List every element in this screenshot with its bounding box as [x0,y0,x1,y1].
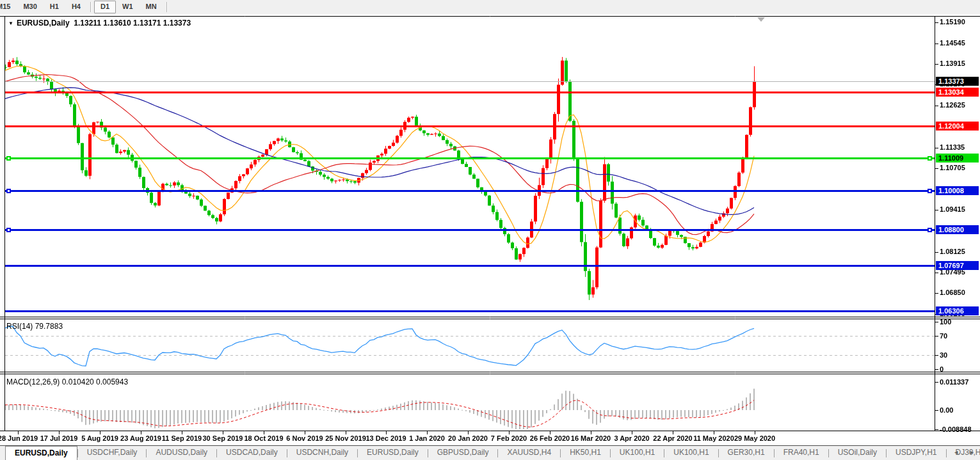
hline-price-box[interactable]: 1.06306 [936,306,979,315]
date-axis-label: 13 Dec 2019 [366,434,406,442]
date-axis-label: 7 Feb 2020 [491,434,527,442]
hline-drag-handle[interactable] [928,228,932,232]
price-axis-tick-label: 1.09415 [940,205,965,213]
chart-tab-audusd-daily[interactable]: AUDUSD,Daily [147,446,216,460]
hline-price-box[interactable]: 1.11009 [936,154,979,163]
chart-tab-ger30-h1[interactable]: GER30,H1 [719,446,774,460]
hline-price-box[interactable]: 1.13034 [936,88,979,97]
chart-tab-hk50-h1[interactable]: HK50,H1 [561,446,610,460]
price-axis-tick-label: 1.08125 [940,248,965,255]
price-axis-tick-label: 1.10705 [940,164,965,171]
chart-tab-row: EURUSD,DailyUSDCHF,DailyAUDUSD,DailyUSDC… [0,446,980,460]
chart-tab-uk100-h1[interactable]: UK100,H1 [664,446,718,460]
trading-app-window: M15M30H1H4D1W1MN ▼EURUSD,Daily 1.13211 1… [0,0,980,460]
macd-axis-tick-label: -0.008848 [940,425,972,433]
date-axis-label: 11 May 2020 [693,434,734,442]
date-axis-label: 17 Jul 2019 [40,434,78,442]
chart-tab-usdcnh-daily[interactable]: USDCNH,Daily [287,446,357,460]
hline-price-box[interactable]: 1.10008 [936,186,979,195]
date-axis-label: 22 Apr 2020 [653,434,692,442]
price-axis-tick-label: 1.15190 [940,18,965,26]
date-axis-label: 18 Oct 2019 [244,434,283,442]
chart-tab-usdchf-daily[interactable]: USDCHF,Daily [78,446,147,460]
chart-tab-usoil-daily[interactable]: USOil,Daily [829,446,886,460]
chart-tab-bar: EURUSD,DailyUSDCHF,DailyAUDUSD,DailyUSDC… [0,445,980,460]
date-axis-label: 23 Aug 2019 [120,434,161,442]
macd-indicator-label: MACD(12,26,9) 0.010420 0.005943 [6,377,128,386]
rsi-indicator-label: RSI(14) 79.7883 [6,322,63,331]
tab-scroll-right-icon[interactable]: ► [969,449,975,456]
date-axis-label: 29 May 2020 [734,434,775,442]
date-axis-label: 28 Jun 2019 [0,434,38,442]
rsi-axis-tick-label: 0 [940,365,944,373]
chart-tab-uk100-h1[interactable]: UK100,H1 [611,446,664,460]
chart-tab-fra40-h1[interactable]: FRA40,H1 [775,446,828,460]
chart-shift-marker[interactable] [757,17,765,22]
date-axis-label: 25 Nov 2019 [325,434,366,442]
current-price-box: 1.13373 [936,77,979,86]
price-axis-tick-label: 1.11335 [940,143,965,151]
hline-price-box[interactable]: 1.08800 [936,225,979,234]
date-axis-label: 20 Jan 2020 [448,434,488,442]
macd-axis-tick-label: 0.00 [940,406,953,414]
rsi-axis-tick-label: 100 [940,318,951,326]
symbol-dropdown-icon[interactable]: ▼ [8,20,13,26]
hline-drag-handle[interactable] [6,156,11,161]
tab-scroll-arrows: ◄ ► [953,449,975,456]
date-axis-label: 11 Sep 2019 [162,434,202,442]
rsi-axis-tick-label: 30 [940,351,947,359]
price-axis-tick-label: 1.12625 [940,101,965,109]
chart-tab-eurusd-daily[interactable]: EURUSD,Daily [5,446,77,460]
hline-drag-handle[interactable] [928,156,932,161]
chart-tab-gbpusd-daily[interactable]: GBPUSD,Daily [428,446,498,460]
tab-scroll-left-icon[interactable]: ◄ [953,449,959,456]
chart-canvas[interactable] [0,0,980,460]
chart-ohlc-values: 1.13211 1.13610 1.13171 1.13373 [74,19,191,28]
chart-tab-eurusd-daily[interactable]: EURUSD,Daily [358,446,428,460]
chart-symbol-label: EURUSD,Daily [17,19,70,28]
price-axis-tick-label: 1.13915 [940,59,965,67]
hline-drag-handle[interactable] [6,189,11,193]
price-axis-tick-label: 1.06850 [940,289,965,296]
price-axis-tick-label: 1.14545 [940,39,965,47]
hline-drag-handle[interactable] [6,228,11,232]
date-axis-label: 3 Apr 2020 [614,434,649,442]
chart-tab-usdcad-daily[interactable]: USDCAD,Daily [217,446,287,460]
chart-tab-usdjpy-h1[interactable]: USDJPY,H1 [887,446,945,460]
date-axis-label: 6 Nov 2019 [286,434,323,442]
chart-title: ▼EURUSD,Daily 1.13211 1.13610 1.13171 1.… [8,19,191,28]
rsi-axis-tick-label: 70 [940,332,947,340]
date-axis-label: 1 Jan 2020 [409,434,445,442]
hline-price-box[interactable]: 1.12004 [936,122,979,131]
hline-price-box[interactable]: 1.07697 [936,261,979,270]
hline-drag-handle[interactable] [928,189,932,193]
macd-axis-tick-label: 0.011337 [940,378,968,386]
date-axis-label: 30 Sep 2019 [203,434,243,442]
chart-tab-xauusd-h4[interactable]: XAUUSD,H4 [498,446,560,460]
date-axis-label: 26 Feb 2020 [530,434,570,442]
date-axis-label: 5 Aug 2019 [81,434,118,442]
date-axis-label: 16 Mar 2020 [571,434,611,442]
